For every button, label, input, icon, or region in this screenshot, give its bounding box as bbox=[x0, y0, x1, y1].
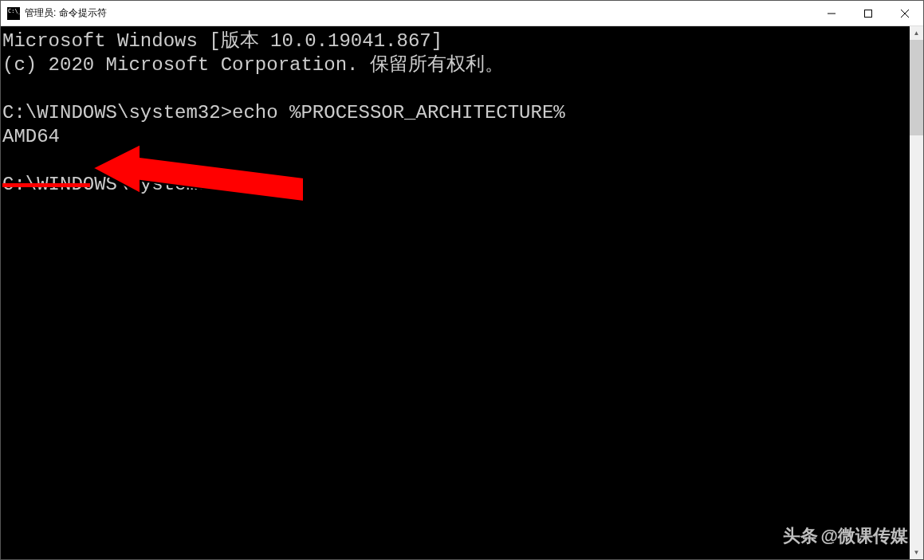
cmd-icon bbox=[7, 7, 20, 20]
scrollbar-down-arrow-icon[interactable]: ▼ bbox=[910, 546, 923, 559]
console-prompt-path: C:\WINDOWS\system32> bbox=[2, 102, 232, 123]
window-title: 管理员: 命令提示符 bbox=[25, 6, 813, 20]
console-content[interactable]: Microsoft Windows [版本 10.0.19041.867] (c… bbox=[1, 26, 910, 559]
console-header-line1: Microsoft Windows [版本 10.0.19041.867] bbox=[2, 30, 442, 52]
console-command: echo %PROCESSOR_ARCHITECTURE% bbox=[232, 102, 565, 123]
svg-rect-1 bbox=[865, 10, 872, 17]
console-header-line2: (c) 2020 Microsoft Corporation. 保留所有权利。 bbox=[2, 54, 504, 76]
scrollbar-thumb[interactable] bbox=[910, 40, 923, 135]
watermark-text: @微课传媒 bbox=[821, 524, 908, 548]
console-prompt-path: C:\WINDOWS\system32> bbox=[2, 174, 232, 195]
console-output: AMD64 bbox=[2, 126, 60, 147]
maximize-button[interactable] bbox=[850, 1, 887, 25]
console-area[interactable]: Microsoft Windows [版本 10.0.19041.867] (c… bbox=[1, 26, 923, 559]
vertical-scrollbar[interactable]: ▲ ▼ bbox=[910, 26, 923, 559]
minimize-button[interactable] bbox=[813, 1, 850, 25]
titlebar[interactable]: 管理员: 命令提示符 bbox=[1, 1, 923, 26]
close-icon bbox=[901, 10, 909, 18]
maximize-icon bbox=[864, 10, 872, 18]
watermark: 头条 @微课传媒 bbox=[783, 524, 908, 548]
close-button[interactable] bbox=[887, 1, 923, 25]
watermark-logo: 头条 bbox=[783, 524, 818, 548]
minimize-icon bbox=[828, 10, 836, 18]
scrollbar-up-arrow-icon[interactable]: ▲ bbox=[910, 26, 923, 40]
command-prompt-window: 管理员: 命令提示符 Microsoft Windows [版本 10.0.19… bbox=[0, 0, 924, 560]
window-controls bbox=[813, 1, 923, 25]
